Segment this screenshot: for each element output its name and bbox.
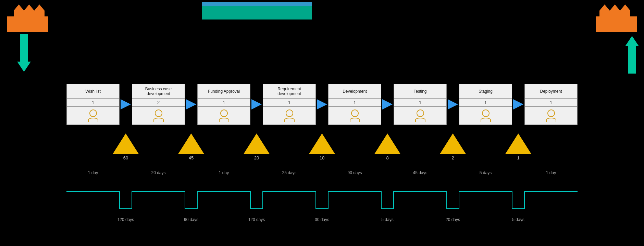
process-num-6: 1 (459, 99, 512, 107)
zigzag-timeline (0, 186, 644, 215)
triangle-icon-0 (113, 133, 139, 154)
process-arrow-3 (316, 99, 328, 109)
process-title-1: Business case development (132, 84, 185, 99)
bottom-tl-label-0: 120 days (114, 217, 138, 222)
top-tl-label-7: 1 day (541, 170, 561, 175)
process-icon-6 (459, 107, 512, 125)
top-tl-label-0: 1 day (83, 170, 103, 175)
process-arrow-2 (250, 99, 263, 109)
triangle-slot-1: 45 (178, 133, 204, 160)
triangle-icon-2 (244, 133, 270, 154)
process-title-2: Funding Approval (198, 84, 250, 99)
process-box-5: Testing1 (394, 84, 447, 125)
triangle-num-4: 8 (386, 155, 388, 160)
triangle-slot-2: 20 (244, 133, 270, 160)
top-tl-label-1: 20 days (148, 170, 169, 175)
triangle-icon-6 (505, 133, 531, 154)
process-row: Wish list1 Business case development2 Fu… (0, 84, 644, 125)
process-title-3: Requirement development (263, 84, 315, 99)
process-num-7: 1 (525, 99, 577, 107)
triangle-slot-3: 10 (309, 133, 335, 160)
process-box-2: Funding Approval1 (197, 84, 250, 125)
process-title-5: Testing (394, 84, 446, 99)
process-title-7: Deployment (525, 84, 577, 99)
process-title-6: Staging (459, 84, 512, 99)
process-box-3: Requirement development1 (263, 84, 316, 125)
triangle-icon-3 (309, 133, 335, 154)
process-icon-0 (67, 107, 119, 125)
bottom-tl-label-2: 120 days (245, 217, 269, 222)
person-icon-1 (153, 109, 164, 122)
bottom-tl-label-4: 5 days (375, 217, 399, 222)
top-tl-label-3: 25 days (279, 170, 300, 175)
bottom-tl-label-6: 5 days (506, 217, 530, 222)
process-num-1: 2 (132, 99, 185, 107)
triangle-icon-1 (178, 133, 204, 154)
person-icon-5 (415, 109, 425, 122)
process-num-0: 1 (67, 99, 119, 107)
process-title-4: Development (329, 84, 381, 99)
process-arrow-1 (185, 99, 197, 109)
process-box-0: Wish list1 (66, 84, 120, 125)
triangle-slot-5: 2 (440, 133, 466, 160)
process-icon-3 (263, 107, 315, 125)
person-icon-3 (284, 109, 295, 122)
top-tl-label-4: 90 days (345, 170, 365, 175)
triangle-icon-5 (440, 133, 466, 154)
process-arrow-4 (381, 99, 394, 109)
process-icon-7 (525, 107, 577, 125)
triangle-icon-4 (374, 133, 400, 154)
triangle-num-5: 2 (451, 155, 454, 160)
svg-marker-0 (7, 4, 48, 32)
process-arrow-6 (512, 99, 524, 109)
process-box-4: Development1 (328, 84, 381, 125)
process-icon-4 (329, 107, 381, 125)
process-box-1: Business case development2 (132, 84, 185, 125)
process-box-7: Deployment1 (524, 84, 578, 125)
triangle-slot-0: 60 (113, 133, 139, 160)
bottom-tl-label-1: 90 days (179, 217, 203, 222)
person-icon-6 (481, 109, 491, 122)
triangle-num-1: 45 (189, 155, 194, 160)
process-icon-5 (394, 107, 446, 125)
bottom-tl-label-3: 30 days (310, 217, 334, 222)
bottom-tl-label-5: 20 days (441, 217, 465, 222)
process-title-0: Wish list (67, 84, 119, 99)
process-icon-1 (132, 107, 185, 125)
person-icon-2 (219, 109, 229, 122)
process-arrow-0 (120, 99, 132, 109)
process-num-2: 1 (198, 99, 250, 107)
process-icon-2 (198, 107, 250, 125)
data-box (202, 2, 312, 20)
person-icon-7 (546, 109, 556, 122)
triangle-num-2: 20 (254, 155, 259, 160)
triangle-num-0: 60 (123, 155, 128, 160)
top-tl-label-5: 45 days (410, 170, 431, 175)
process-num-4: 1 (329, 99, 381, 107)
left-factory (7, 1, 48, 35)
right-factory (596, 1, 637, 35)
triangle-slot-4: 8 (374, 133, 400, 160)
person-icon-0 (88, 109, 98, 122)
triangle-slot-6: 1 (505, 133, 531, 160)
process-num-5: 1 (394, 99, 446, 107)
svg-marker-1 (596, 4, 637, 32)
process-arrow-5 (447, 99, 459, 109)
process-num-3: 1 (263, 99, 315, 107)
top-tl-label-6: 5 days (475, 170, 496, 175)
zigzag-svg (0, 186, 644, 214)
triangle-num-3: 10 (320, 155, 324, 160)
zigzag-path (66, 192, 578, 209)
process-box-6: Staging1 (459, 84, 512, 125)
triangle-num-6: 1 (517, 155, 519, 160)
person-icon-4 (350, 109, 360, 122)
data-box-body (202, 6, 312, 20)
top-tl-label-2: 1 day (214, 170, 234, 175)
data-box-header (202, 2, 312, 6)
